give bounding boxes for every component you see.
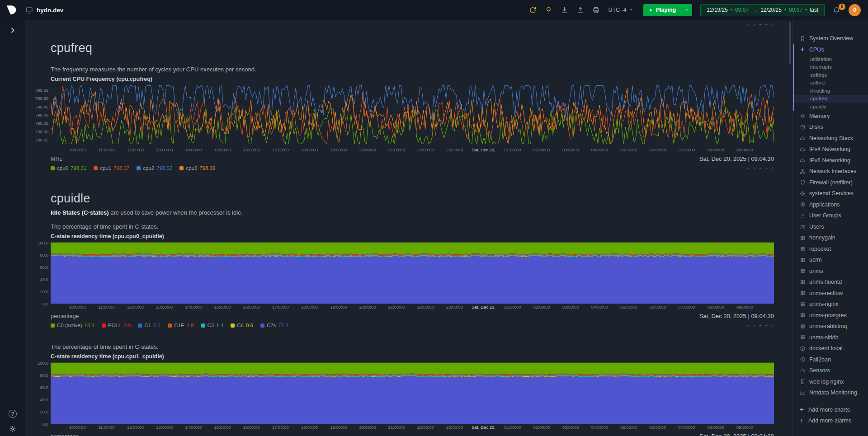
legend-item-cpu1[interactable]: cpu1798.37: [94, 165, 129, 171]
menu-item-netdata-monitoring[interactable]: Netdata Monitoring: [794, 387, 868, 398]
pan-backward-icon[interactable]: «: [747, 22, 750, 27]
zoom-out-icon[interactable]: −: [765, 165, 768, 171]
help-button[interactable]: ?: [9, 410, 17, 418]
expand-sidebar-button[interactable]: [9, 27, 16, 34]
menu-item-dockerd-local[interactable]: dockerd local: [794, 343, 868, 354]
submenu-item-utilization[interactable]: utilization: [794, 55, 868, 63]
refresh-button[interactable]: [529, 6, 537, 14]
menu-item-repocket[interactable]: repocket: [794, 244, 868, 255]
pan-backward-icon[interactable]: «: [747, 323, 750, 328]
timezone-selector[interactable]: UTC -4: [608, 7, 633, 13]
legend-item-cpu0[interactable]: cpu0798.31: [51, 165, 86, 171]
zoom-in-icon[interactable]: +: [759, 22, 761, 27]
menu-item-ipv6-networking[interactable]: IPv6 Networking: [794, 155, 868, 166]
zoom-in-icon[interactable]: +: [759, 323, 761, 328]
legend-item-c7s[interactable]: C7s77.4: [260, 323, 288, 328]
user-avatar[interactable]: 0: [849, 4, 861, 16]
legend-item-c3[interactable]: C31.4: [201, 323, 224, 328]
zoom-in-icon[interactable]: +: [759, 165, 761, 171]
menu-item-add-more-charts[interactable]: Add more charts: [793, 404, 868, 416]
submenu-item-cpuidle[interactable]: cpuidle: [794, 103, 868, 111]
legend-item-c1[interactable]: C10.3: [138, 323, 160, 328]
menu-item-ipv4-networking[interactable]: IPv4 Networking: [794, 144, 868, 155]
refresh-icon: [529, 6, 537, 14]
settings-button[interactable]: [9, 425, 16, 432]
submenu-item-cpufreq[interactable]: cpufreq: [794, 95, 868, 103]
netdata-logo[interactable]: [5, 4, 17, 16]
menu-item-system-overview[interactable]: System Overview: [794, 33, 868, 44]
date-range-picker[interactable]: 12/19/25 • 09:07 → 12/20/25 • 09:07 • la…: [700, 4, 825, 16]
menu-item-unms-siridb[interactable]: unms-siridb: [794, 332, 868, 343]
menu-item-web-log-nginx[interactable]: web log nginx: [794, 376, 868, 388]
legend-item-c0-active[interactable]: C0 (active)18.4: [51, 323, 94, 328]
x-tick-label: 21:00:00: [388, 305, 405, 309]
menu-item-unms-netflow[interactable]: unms-netflow: [794, 288, 868, 299]
y-tick-label: 80.0: [40, 373, 49, 378]
zoom-out-icon[interactable]: −: [765, 22, 768, 27]
print-button[interactable]: [592, 6, 600, 14]
menu-item-disks[interactable]: Disks: [794, 122, 868, 133]
menu-item-networking-stack[interactable]: Networking Stack: [794, 133, 868, 144]
legend-item-c6[interactable]: C60.6: [231, 323, 253, 328]
menu-item-unms-postgres[interactable]: unms-postgres: [794, 310, 868, 321]
pan-forward-icon[interactable]: »: [753, 165, 755, 171]
submenu-item-throttling[interactable]: throttling: [794, 87, 868, 95]
question-icon: ?: [9, 410, 17, 418]
submenu-item-softnet[interactable]: softnet: [794, 79, 868, 87]
import-button[interactable]: [576, 6, 584, 14]
node-name: hydn.dev: [37, 7, 63, 14]
chart-canvas[interactable]: [51, 240, 774, 304]
menu-item-network-interfaces[interactable]: Network Interfaces: [794, 166, 868, 177]
menu-item-unms-rabbitmq[interactable]: unms-rabbitmq: [794, 321, 868, 332]
submenu-item-interrupts[interactable]: interrupts: [794, 63, 868, 71]
menu-item-applications[interactable]: Applications: [794, 199, 868, 211]
menu-item-unms-fluentd[interactable]: unms-fluentd: [794, 277, 868, 288]
legend-item-c1e[interactable]: C1E1.9: [168, 323, 193, 328]
pan-forward-icon[interactable]: »: [753, 22, 755, 27]
reset-zoom-icon[interactable]: ○: [771, 165, 774, 171]
legend-color-chip: [260, 323, 264, 328]
menu-item-unms[interactable]: unms: [794, 266, 868, 277]
zoom-out-icon[interactable]: −: [765, 323, 768, 328]
menu-item-users[interactable]: Users: [794, 221, 868, 233]
y-tick-label: 60.0: [40, 385, 49, 390]
legend-item-poll[interactable]: POLL0.0: [102, 323, 131, 328]
legend-item-cpu3[interactable]: cpu3798.39: [179, 165, 215, 171]
reset-zoom-icon[interactable]: ○: [771, 22, 774, 27]
scrollbar-thumb[interactable]: [789, 22, 791, 64]
legend-color-chip: [179, 166, 184, 170]
playing-button[interactable]: Playing: [643, 4, 681, 16]
menu-group-unms: unms: [793, 266, 868, 277]
legend-item-cpu2[interactable]: cpu2798.52: [137, 165, 172, 171]
menu-item-ucrm[interactable]: ucrm: [794, 254, 868, 266]
menu-item-systemd-services[interactable]: systemd Services: [794, 188, 868, 199]
menu-item-cpus[interactable]: CPUs: [794, 44, 868, 56]
playing-dropdown[interactable]: [681, 4, 692, 16]
menu-item-fail2ban[interactable]: Fail2ban: [794, 354, 868, 366]
reset-zoom-icon[interactable]: ○: [771, 323, 774, 328]
menu-item-unms-nginx[interactable]: unms-nginx: [794, 299, 868, 310]
range-start-date: 12/19/25: [707, 7, 728, 13]
menu-item-sensors[interactable]: Sensors: [794, 365, 868, 376]
menu-group-networking-stack: Networking Stack: [793, 133, 868, 144]
pan-backward-icon[interactable]: «: [747, 165, 750, 171]
chart-canvas[interactable]: [51, 361, 774, 424]
target-icon: [800, 202, 806, 207]
menu-group-unms-siridb: unms-siridb: [793, 332, 868, 343]
section-title-cpuidle: cpuidle: [51, 192, 793, 206]
menu-item-firewall-netfilter[interactable]: Firewall (netfilter): [794, 177, 868, 188]
submenu-item-softirqs[interactable]: softirqs: [794, 71, 868, 79]
chart-canvas[interactable]: [51, 83, 774, 146]
chevron-down-icon: [629, 8, 633, 12]
pan-forward-icon[interactable]: »: [753, 323, 755, 328]
notifications-button[interactable]: 0: [833, 6, 840, 14]
menu-item-memory[interactable]: Memory: [794, 111, 868, 122]
x-tick-label: 18:00:00: [301, 305, 318, 309]
node-selector[interactable]: hydn.dev: [25, 6, 63, 14]
export-button[interactable]: [561, 6, 568, 14]
menu-item-honeygain[interactable]: honeygain: [794, 232, 868, 244]
x-tick-label: 18:00:00: [301, 147, 318, 152]
menu-item-user-groups[interactable]: User Groups: [794, 210, 868, 221]
suggestions-button[interactable]: [545, 6, 552, 14]
menu-item-add-more-alarms[interactable]: Add more alarms: [793, 415, 868, 427]
